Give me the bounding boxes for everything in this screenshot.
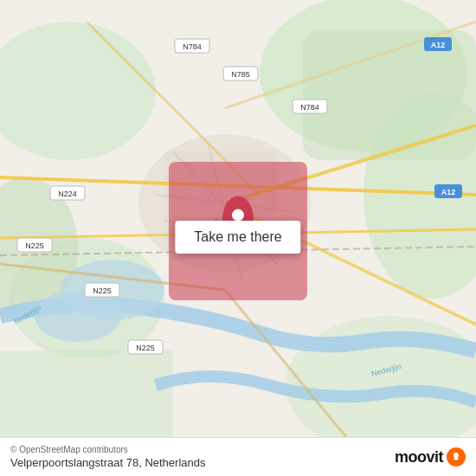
- svg-text:N225: N225: [136, 344, 155, 352]
- address-label: Velperpoortslangstraat 78, Netherlands: [10, 456, 205, 469]
- svg-point-10: [35, 290, 121, 342]
- moovit-logo: moovit: [395, 447, 466, 466]
- svg-text:A12: A12: [431, 41, 446, 49]
- svg-text:N785: N785: [231, 70, 250, 79]
- svg-text:N224: N224: [58, 190, 77, 198]
- moovit-dot-icon: [447, 447, 466, 466]
- svg-text:N225: N225: [93, 286, 112, 295]
- moovit-text: moovit: [395, 448, 443, 466]
- svg-text:A12: A12: [441, 188, 456, 196]
- svg-point-47: [453, 453, 459, 458]
- map-container: N784 N785 N784 A12 N224 N225 N225 N225 A…: [0, 0, 476, 476]
- svg-text:N225: N225: [25, 241, 44, 250]
- svg-text:N784: N784: [183, 42, 202, 51]
- take-me-there-button[interactable]: Take me there: [175, 221, 300, 254]
- svg-text:N784: N784: [300, 103, 319, 112]
- map-attribution: © OpenStreetMap contributors: [10, 445, 205, 454]
- bottom-bar: © OpenStreetMap contributors Velperpoort…: [0, 437, 476, 476]
